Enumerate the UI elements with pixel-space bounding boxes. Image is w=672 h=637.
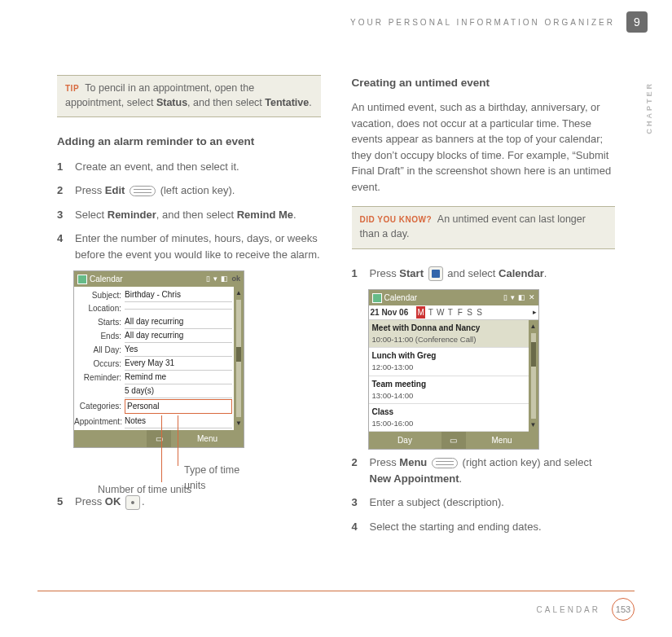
device-field-value	[125, 309, 232, 310]
softkey-center-icon: ▭	[147, 430, 171, 447]
calendar-date-row: 21 Nov 06 MTWTFSS ▸	[369, 305, 538, 320]
left-steps-continued: Press OK .	[57, 494, 321, 510]
dow-cell: M	[416, 306, 425, 318]
page-number-badge: 153	[612, 598, 635, 621]
device-field-label: Appointment:	[74, 415, 125, 428]
right-column: Creating an untimed event An untimed eve…	[352, 75, 616, 588]
scroll-down-icon: ▼	[235, 419, 242, 428]
dow-cell: S	[475, 306, 484, 318]
scroll-down-icon: ▼	[530, 420, 537, 430]
left-section-title: Adding an alarm reminder to an event	[57, 134, 321, 150]
device-scrollbar: ▲ ▼	[234, 287, 244, 430]
dow-cell: F	[455, 306, 464, 318]
softkey-left	[74, 430, 147, 447]
device-form-row: Categories:Personal	[74, 398, 234, 415]
chapter-side-label: CHAPTER	[644, 81, 656, 134]
right-intro: An untimed event, such as a birthday, an…	[352, 99, 616, 195]
left-column: TIP To pencil in an appointment, open th…	[57, 75, 321, 588]
device-field-value: 5 day(s)	[125, 384, 232, 398]
event-title: Team meeting	[372, 378, 525, 390]
device-field-value: All day recurring	[125, 329, 232, 343]
device-field-label: Location:	[74, 302, 125, 315]
footer-section-label: CALENDAR	[537, 604, 600, 616]
page-footer: CALENDAR 153	[37, 591, 635, 621]
device-field-label: Starts:	[74, 316, 125, 329]
device-form-row: Starts:All day recurring	[74, 315, 234, 329]
scroll-up-icon: ▲	[530, 322, 537, 332]
event-title: Lunch with Greg	[372, 349, 525, 362]
start-button-icon	[428, 266, 443, 281]
event-title: Meet with Donna and Nancy	[372, 322, 525, 334]
step: Create an event, and then select it.	[57, 159, 321, 175]
device-field-value: Every May 31	[125, 357, 232, 371]
start-flag-icon	[372, 293, 382, 303]
step: Select Reminder, and then select Remind …	[57, 207, 321, 223]
device-form-row: Location:	[74, 302, 234, 315]
device-field-label: All Day:	[74, 344, 125, 357]
left-steps: Create an event, and then select it. Pre…	[57, 159, 321, 263]
device-field-value: Yes	[125, 343, 232, 357]
event-title: Class	[372, 406, 525, 418]
device-status-icons: ▯▾◧ok	[206, 274, 240, 285]
device-form-row: 5 day(s)	[74, 384, 234, 398]
device-field-label: Ends:	[74, 330, 125, 343]
device-field-value: All day recurring	[125, 315, 232, 329]
edit-key-icon	[130, 186, 156, 196]
device-form-row: Occurs:Every May 31	[74, 357, 234, 371]
device-title: Calendar	[384, 292, 418, 304]
did-you-know-box: DID YOU KNOW? An untimed event can last …	[352, 206, 616, 248]
tip-text: To pencil in an appointment, open the ap…	[65, 82, 312, 108]
device-callouts: Type of time units Number of time units	[73, 453, 261, 494]
step: Press OK .	[57, 494, 321, 510]
event-time: 12:00-13:00	[372, 362, 525, 373]
device-field-label: Occurs:	[74, 358, 125, 371]
step: Select the starting and ending dates.	[352, 519, 616, 535]
right-steps-b: Press Menu (right action key) and select…	[352, 455, 616, 534]
device-field-label: Subject:	[74, 289, 125, 302]
dow-cell: W	[436, 306, 445, 318]
device-form-row: All Day:Yes	[74, 343, 234, 357]
device-field-value: Remind me	[125, 371, 232, 384]
device-scrollbar: ▲ ▼	[529, 320, 538, 432]
device-form-row: Ends:All day recurring	[74, 329, 234, 343]
menu-key-icon	[432, 458, 458, 468]
device-form-row: Appointment:Notes	[74, 415, 234, 428]
step: Press Menu (right action key) and select…	[352, 455, 616, 486]
device-title: Calendar	[90, 273, 123, 285]
event-time: 13:00-14:00	[372, 390, 525, 402]
scroll-up-icon: ▲	[235, 288, 242, 298]
calendar-event-item: Meet with Donna and Nancy10:00-11:00 (Co…	[369, 320, 529, 348]
step: Enter a subject (description).	[352, 494, 616, 511]
calendar-event-item: Lunch with Greg12:00-13:00	[369, 348, 529, 376]
tip-label: TIP	[65, 84, 79, 93]
calendar-date: 21 Nov 06	[371, 306, 409, 318]
device-field-value: Personal	[125, 399, 232, 414]
device-screenshot-appointment: Calendar ▯▾◧ok Subject:Birthday - ChrisL…	[73, 270, 244, 448]
running-title: YOUR PERSONAL INFORMATION ORGANIZER	[350, 16, 615, 29]
event-time: 15:00-16:00	[372, 418, 525, 429]
softkey-left: Day	[369, 432, 441, 449]
device-field-label: Categories:	[74, 400, 125, 413]
softkey-center-icon: ▭	[441, 432, 466, 449]
device-field-value: Birthday - Chris	[125, 288, 232, 302]
step: Enter the number of minutes, hours, days…	[57, 231, 321, 262]
page-header: YOUR PERSONAL INFORMATION ORGANIZER 9	[350, 11, 648, 33]
device-softkeys: Day ▭ Menu	[369, 432, 538, 449]
device-form-row: Reminder:Remind me	[74, 371, 234, 384]
softkey-right: Menu	[466, 432, 538, 449]
device-screenshot-calendar: Calendar ▯▾◧✕ 21 Nov 06 MTWTFSS ▸ Meet w…	[368, 289, 539, 450]
start-flag-icon	[77, 275, 87, 284]
chevron-right-icon: ▸	[533, 307, 537, 318]
calendar-event-item: Class15:00-16:00	[369, 404, 529, 432]
callout-type-units: Type of time units	[184, 463, 261, 494]
dow-cell: S	[465, 306, 474, 318]
device-softkeys: ▭ Menu	[74, 430, 244, 447]
day-of-week-row: MTWTFSS	[416, 306, 484, 318]
dow-cell: T	[426, 306, 435, 318]
chapter-number-badge: 9	[626, 11, 648, 33]
dyk-label: DID YOU KNOW?	[360, 215, 433, 224]
dow-cell: T	[446, 306, 455, 318]
event-time: 10:00-11:00 (Conference Call)	[372, 334, 525, 345]
right-section-title: Creating an untimed event	[352, 75, 616, 91]
device-status-icons: ▯▾◧✕	[503, 292, 535, 304]
